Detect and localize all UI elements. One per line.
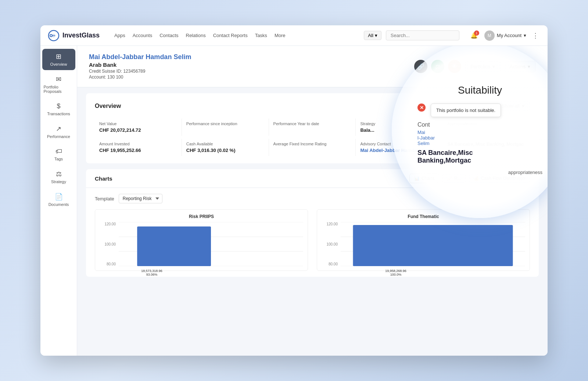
account-number-row: Account: 130 100 (89, 75, 191, 80)
cashflow-icon: 💰 (474, 176, 479, 181)
fund-thematic-title: Fund Thematic (322, 214, 525, 219)
app-window: InvestGlass Apps Accounts Contacts Relat… (40, 25, 548, 356)
charts-grid: Risk PRIIPS 120.00 100.00 80.00 (95, 209, 530, 271)
avg-fixed-income-cell: Average Fixed Income Rating (269, 139, 356, 156)
sidebar-item-label: Tags (54, 157, 63, 161)
strategy-icon: ⚖ (56, 170, 62, 178)
nav-contact-reports[interactable]: Contact Reports (213, 33, 248, 38)
bank-name: Arab Bank (89, 62, 191, 68)
fund-thematic-chart-area: 120.00 100.00 80.00 (322, 222, 525, 266)
logo-text: InvestGlass (62, 32, 100, 39)
nav-accounts[interactable]: Accounts (133, 33, 152, 38)
bank-type-cell: SA Bancaire, Misc Banking, Mortgac (443, 139, 530, 156)
profile-actions: 🔗 ⚖ 👁 Portfolios ▾ Actions ▾ (414, 60, 536, 73)
link-icon-button[interactable]: 🔗 (414, 60, 427, 73)
nav-search-area: All ▾ (364, 30, 459, 40)
charts-body: Template Reporting Risk Risk PRIIPS 120.… (86, 188, 539, 277)
profile-name: Mai Abdel-Jabbar Hamdan Selim (89, 53, 191, 61)
sidebar-item-strategy[interactable]: ⚖ Strategy (42, 166, 75, 188)
credit-id: Credit Suisse ID: 123456789 (89, 69, 191, 74)
balance-icon-button[interactable]: ⚖ (431, 60, 444, 73)
notification-badge: 1 (474, 30, 479, 36)
line-chart-icon: 📈 (447, 176, 452, 181)
risk-priips-plot: 18,573,318.96 93.06% (119, 222, 303, 266)
actions-button[interactable]: Actions ▾ (504, 61, 536, 72)
nav-relations[interactable]: Relations (186, 33, 206, 38)
template-select[interactable]: Reporting Risk (119, 194, 162, 203)
nav-links: Apps Accounts Contacts Relations Contact… (114, 33, 355, 38)
search-input[interactable] (386, 30, 459, 40)
profile-info: Mai Abdel-Jabbar Hamdan Selim Arab Bank … (89, 53, 191, 80)
charts-tab-cashflow[interactable]: 💰 Cash Flow Distribution (469, 174, 530, 183)
nav-tasks[interactable]: Tasks (255, 33, 267, 38)
sidebar-item-label: Documents (49, 202, 69, 207)
risk-priips-chart: Risk PRIIPS 120.00 100.00 80.00 (95, 209, 308, 271)
all-dropdown[interactable]: All ▾ (364, 31, 381, 40)
sidebar-item-label: Transactions (47, 112, 70, 116)
my-account-button[interactable]: M My Account ▾ (484, 30, 526, 41)
account-number-link[interactable]: 130 100 (107, 75, 123, 80)
tags-icon: 🏷 (55, 148, 62, 155)
y-axis-fund: 120.00 100.00 80.00 (322, 222, 339, 266)
account-label: Account: (89, 75, 106, 80)
charts-tab-r[interactable]: 📈 R... (442, 174, 466, 183)
logo-icon (48, 30, 60, 41)
credit-id-value: 123456789 (123, 69, 145, 74)
risk-priips-title: Risk PRIIPS (100, 214, 303, 219)
charts-tab-charts[interactable]: 📊 Charts (409, 174, 439, 183)
y-axis-risk: 120.00 100.00 80.00 (100, 222, 117, 266)
charts-panel: Charts 📊 Charts 📈 R... 💰 Cash Flow Distr… (86, 169, 539, 277)
documents-icon: 📄 (55, 193, 63, 201)
chevron-down-icon: ▾ (528, 64, 530, 69)
chevron-down-icon: ▾ (524, 33, 526, 38)
transactions-icon: $ (57, 102, 60, 110)
overview-header: Overview Show all ▾ (95, 101, 530, 111)
chevron-down-icon: ▾ (492, 64, 495, 69)
appropriateness-cell: Appropriateness (443, 119, 530, 136)
performance-inception-cell: Performance since inception (182, 119, 269, 136)
sidebar-item-transactions[interactable]: $ Transactions (42, 99, 75, 120)
svg-rect-13 (353, 225, 513, 266)
sidebar-item-label: Overview (50, 62, 67, 66)
avatar: M (484, 30, 495, 41)
portfolios-button[interactable]: Portfolios ▾ (465, 61, 501, 72)
sidebar: ⊞ Overview ✉ Portfolio Proposals $ Trans… (40, 46, 77, 356)
net-value-cell: Net Value CHF 20,072,214.72 (95, 119, 182, 136)
more-options-icon[interactable]: ⋮ (531, 30, 540, 41)
sidebar-item-tags[interactable]: 🏷 Tags (42, 144, 75, 165)
profile-header: Mai Abdel-Jabbar Hamdan Selim Arab Bank … (77, 46, 548, 87)
cash-available-cell: Cash Available CHF 3,016.30 (0.02 %) (182, 139, 269, 156)
risk-priips-bar-label: 18,573,318.96 93.06% (119, 269, 303, 276)
template-row: Template Reporting Risk (95, 194, 530, 203)
fund-thematic-chart: Fund Thematic 120.00 100.00 80.00 (317, 209, 530, 271)
top-nav: InvestGlass Apps Accounts Contacts Relat… (40, 25, 548, 46)
amount-invested-cell: Amount Invested CHF 19,955,252.66 (95, 139, 182, 156)
sidebar-item-label: Performance (47, 134, 70, 139)
chevron-down-icon: ▾ (522, 103, 524, 109)
risk-priips-chart-area: 120.00 100.00 80.00 (100, 222, 303, 266)
template-label: Template (95, 196, 114, 202)
sidebar-item-portfolio-proposals[interactable]: ✉ Portfolio Proposals (42, 72, 75, 97)
logo-area[interactable]: InvestGlass (48, 30, 100, 41)
charts-header: Charts 📊 Charts 📈 R... 💰 Cash Flow Distr… (86, 169, 539, 188)
sidebar-item-overview[interactable]: ⊞ Overview (42, 49, 75, 70)
eye-icon-button[interactable]: 👁 (448, 60, 461, 73)
performance-ytd-cell: Performance Year to date (269, 119, 356, 136)
fund-thematic-bar-label: 19,958,268.96 100.0% (341, 269, 525, 276)
sidebar-item-label: Strategy (51, 179, 66, 184)
credit-id-label: Credit Suisse ID: (89, 69, 122, 74)
overview-grid-row1: Net Value CHF 20,072,214.72 Performance … (95, 119, 530, 136)
nav-contacts[interactable]: Contacts (159, 33, 178, 38)
svg-rect-8 (137, 226, 211, 266)
nav-more[interactable]: More (275, 33, 286, 38)
advisory-contact-cell: Advisory Contact Mai Abdel-Jabbar Hamdan… (356, 139, 443, 156)
overview-panel: Overview Show all ▾ Net Value CHF 20,072… (86, 93, 539, 163)
overview-grid-row2: Amount Invested CHF 19,955,252.66 Cash A… (95, 139, 530, 156)
sidebar-item-documents[interactable]: 📄 Documents (42, 189, 75, 210)
proposals-icon: ✉ (56, 75, 61, 83)
show-all-button[interactable]: Show all ▾ (496, 101, 530, 111)
nav-apps[interactable]: Apps (114, 33, 125, 38)
sidebar-item-performance[interactable]: ↗ Performance (42, 121, 75, 142)
chevron-down-icon: ▾ (375, 33, 377, 38)
notification-bell[interactable]: 🔔 1 (468, 30, 480, 41)
